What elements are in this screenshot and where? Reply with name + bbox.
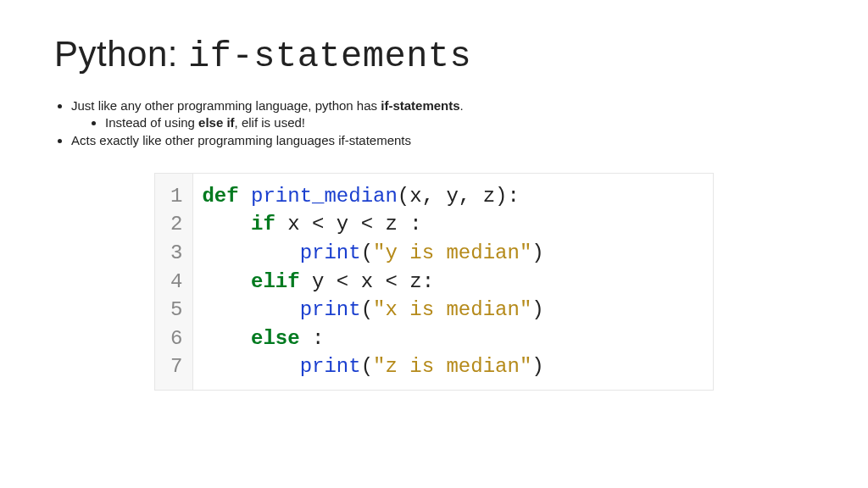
paren-open: (: [361, 355, 373, 378]
line-number: 2: [170, 210, 182, 239]
slide: Python: if-statements Just like any othe…: [0, 0, 868, 391]
title-mono: if-statements: [188, 36, 471, 77]
else-colon: :: [300, 327, 325, 350]
string-y: "y is median": [373, 241, 531, 264]
paren-close: ): [531, 241, 543, 264]
string-x: "x is median": [373, 298, 531, 321]
bullet-2: Acts exactly like other programming lang…: [71, 132, 814, 149]
builtin-print: print: [300, 355, 361, 378]
code-source: def print_median(x, y, z): if x < y < z …: [193, 174, 557, 390]
line-number: 4: [170, 268, 182, 297]
line-number: 3: [170, 239, 182, 268]
bullet-1-post: .: [460, 98, 464, 113]
line-number-gutter: 1 2 3 4 5 6 7: [155, 174, 193, 390]
code-block: 1 2 3 4 5 6 7 def print_median(x, y, z):…: [154, 173, 714, 391]
slide-title: Python: if-statements: [54, 34, 814, 77]
keyword-elif: elif: [251, 270, 300, 293]
bullet-1a-pre: Instead of using: [105, 115, 198, 130]
bullet-1-bold: if-statements: [381, 98, 459, 113]
paren-close: ): [531, 298, 543, 321]
builtin-print: print: [300, 241, 361, 264]
bullet-1-pre: Just like any other programming language…: [71, 98, 381, 113]
params: (x, y, z):: [398, 185, 520, 208]
keyword-else: else: [251, 327, 300, 350]
keyword-def: def: [202, 185, 238, 208]
bullet-1: Just like any other programming language…: [71, 97, 814, 132]
paren-open: (: [361, 241, 373, 264]
line-number: 7: [170, 352, 182, 381]
bullet-1a: Instead of using else if, elif is used!: [105, 114, 814, 131]
condition-1: x < y < z :: [275, 213, 422, 236]
line-number: 6: [170, 324, 182, 353]
bullet-1a-post: , elif is used!: [235, 115, 305, 130]
bullet-list: Just like any other programming language…: [71, 97, 814, 149]
condition-2: y < x < z:: [300, 270, 434, 293]
bullet-1a-bold: else if: [198, 115, 235, 130]
builtin-print: print: [300, 298, 361, 321]
keyword-if: if: [251, 213, 275, 236]
title-prefix: Python:: [54, 34, 188, 74]
paren-open: (: [361, 298, 373, 321]
line-number: 1: [170, 182, 182, 211]
string-z: "z is median": [373, 355, 531, 378]
function-name: print_median: [251, 185, 398, 208]
paren-close: ): [531, 355, 543, 378]
line-number: 5: [170, 296, 182, 324]
